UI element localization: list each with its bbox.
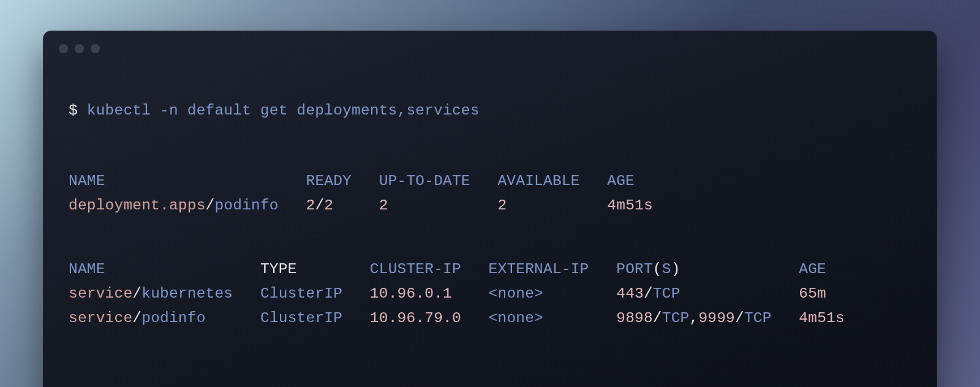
prompt-symbol: $ [69,102,78,119]
dep-header-available: AVAILABLE [497,173,579,189]
svc-row0-eip: <none> [489,285,543,302]
command-text: kubectl -n default get deployments,servi… [87,102,480,119]
svc-header-name: NAME [69,261,105,277]
svc-header-ports: PORT(S) [616,261,680,277]
dep-header-ready: READY [306,173,352,189]
traffic-light-zoom-icon[interactable] [91,44,100,53]
window-titlebar [43,31,937,61]
svc-row0-kind: service [69,285,132,302]
svc-row1-kind: service [69,310,132,326]
svc-row0-cip: 10.96.0.1 [370,285,452,302]
svc-row1-eip: <none> [489,310,543,326]
svc-header-externalip: EXTERNAL-IP [489,261,589,277]
svc-row0-type: ClusterIP [260,285,342,302]
svc-row1-port1: 9999 [698,310,735,326]
traffic-light-minimize-icon[interactable] [75,44,84,53]
services-block: NAME TYPE CLUSTER-IP EXTERNAL-IP PORT(S)… [69,257,911,331]
dep-row-age: 4m51s [607,197,653,214]
svc-row1-age: 4m51s [799,310,845,326]
svc-row1-cip: 10.96.79.0 [370,310,461,326]
svc-row1-port0: 9898 [616,310,653,326]
dep-row-uptodate: 2 [379,197,388,214]
dep-header-uptodate: UP-TO-DATE [379,173,470,189]
terminal-window: $ kubectl -n default get deployments,ser… [43,31,937,387]
svc-header-clusterip: CLUSTER-IP [370,261,461,277]
svc-row0-age: 65m [799,285,826,302]
dep-header-age: AGE [607,173,635,189]
svc-header-type: TYPE [260,261,297,277]
svc-header-age: AGE [799,261,826,277]
svc-row1-name: podinfo [141,310,205,326]
dep-row-name: podinfo [214,197,278,214]
command-line: $ kubectl -n default get deployments,ser… [69,99,911,123]
traffic-light-close-icon[interactable] [59,44,68,53]
svc-row0-name: kubernetes [141,285,233,302]
svc-row1-type: ClusterIP [260,310,342,326]
dep-row-ready-cur: 2 [306,197,315,214]
dep-row-ready-des: 2 [324,197,333,214]
terminal-content: $ kubectl -n default get deployments,ser… [43,61,937,380]
deployments-block: NAME READY UP-TO-DATE AVAILABLE AGE depl… [69,169,911,218]
dep-row-available: 2 [497,197,507,214]
dep-header-name: NAME [69,173,105,189]
dep-row-kind: deployment.apps [69,197,206,214]
svc-row0-port0: 443 [616,285,644,302]
